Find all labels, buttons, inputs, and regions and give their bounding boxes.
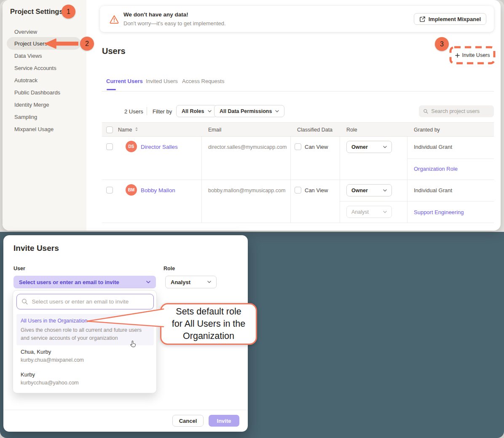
search-project-users[interactable]	[419, 105, 494, 117]
chevron-down-icon	[383, 211, 387, 213]
callout-bubble: Sets default role for All Users in the O…	[160, 303, 257, 345]
granted-by-value: Individual Grant	[414, 187, 452, 193]
role-field-label: Role	[164, 266, 175, 271]
user-email: bobby.mallon@mymusicapp.com	[208, 188, 285, 193]
tab-access-requests[interactable]: Access Requests	[182, 78, 224, 84]
external-link-icon	[419, 16, 426, 22]
banner-subtitle: Don't worry—it's easy to get implemented…	[123, 20, 226, 27]
select-all-checkbox[interactable]	[106, 126, 113, 133]
table-row: BM Bobby Mallon bobby.mallon@mymusicapp.…	[102, 180, 494, 223]
invite-users-label: Invite Users	[462, 52, 490, 58]
tabs-divider	[102, 91, 494, 91]
user-name-link[interactable]: Bobby Mallon	[141, 187, 175, 193]
permissions-filter-value: All Data Permissions	[220, 108, 272, 114]
organization-role-link[interactable]: Organization Role	[414, 166, 458, 172]
users-table: Name Email Classified Data Role Granted …	[102, 122, 494, 223]
sidebar-item-overview[interactable]: Overview	[14, 29, 37, 35]
filter-separator	[147, 107, 147, 115]
user-name-link[interactable]: Director Salles	[141, 144, 178, 150]
chevron-down-icon	[208, 110, 212, 113]
support-engineering-link[interactable]: Support Engineering	[414, 209, 464, 215]
step-2-marker: 2	[80, 37, 94, 51]
sidebar-item-project-users[interactable]: Project Users	[14, 40, 47, 47]
no-data-banner: We don't have any data! Don't worry—it's…	[100, 6, 494, 32]
table-header-row: Name Email Classified Data Role Granted …	[102, 122, 494, 137]
permissions-filter-dropdown[interactable]: All Data Permissions	[214, 105, 284, 117]
row-checkbox[interactable]	[106, 187, 113, 193]
sidebar-item-mixpanel-usage[interactable]: Mixpanel Usage	[14, 126, 54, 132]
option-user[interactable]: Chua, Kurby kurby.chua@mixpanel.com	[21, 349, 84, 363]
column-header-role: Role	[346, 127, 357, 133]
tab-current-users[interactable]: Current Users	[106, 78, 143, 84]
search-icon	[21, 298, 28, 305]
sidebar-item-sampling[interactable]: Sampling	[14, 114, 37, 120]
active-tab-underline	[107, 89, 116, 90]
step-1-marker: 1	[62, 5, 75, 19]
sidebar-item-identity-merge[interactable]: Identity Merge	[14, 102, 49, 108]
can-view-checkbox[interactable]	[295, 143, 301, 150]
roles-filter-value: All Roles	[182, 108, 204, 114]
screenshot-root: Project Settings Overview Project Users …	[0, 0, 504, 438]
chevron-down-icon	[275, 110, 279, 113]
column-header-classified: Classified Data	[297, 127, 332, 133]
avatar: BM	[126, 184, 137, 196]
chevron-down-icon	[383, 146, 387, 148]
secondary-role-select: Analyst	[346, 206, 392, 218]
users-section-title: Users	[102, 46, 126, 56]
user-email: director.salles@mymusicapp.com	[208, 144, 287, 150]
column-header-email: Email	[208, 127, 221, 133]
modal-title: Invite Users	[13, 244, 59, 253]
option-user[interactable]: Kurby kurbycchua@yahoo.com	[21, 371, 79, 386]
search-project-users-input[interactable]	[431, 108, 490, 114]
chevron-down-icon	[207, 281, 211, 283]
invite-users-button[interactable]: Invite Users	[449, 46, 496, 64]
column-header-name[interactable]: Name	[118, 127, 138, 133]
can-view-label: Can View	[305, 187, 328, 193]
user-multiselect[interactable]: Select users or enter an email to invite	[13, 276, 156, 288]
column-header-granted-by: Granted by	[414, 127, 440, 133]
cancel-button[interactable]: Cancel	[172, 415, 204, 427]
role-select[interactable]: Owner	[346, 184, 392, 196]
banner-title: We don't have any data!	[123, 11, 188, 18]
table-row: DS Director Salles director.salles@mymus…	[102, 137, 494, 180]
row-checkbox[interactable]	[106, 143, 113, 150]
implement-mixpanel-label: Implement Mixpanel	[429, 16, 481, 22]
plus-icon	[455, 53, 460, 58]
warning-icon	[109, 14, 119, 24]
sort-icon	[135, 127, 138, 132]
tab-invited-users[interactable]: Invited Users	[146, 78, 178, 84]
sidebar: Project Settings Overview Project Users …	[3, 0, 86, 231]
sidebar-item-service-accounts[interactable]: Service Accounts	[14, 65, 56, 71]
user-count: 2 Users	[124, 108, 143, 115]
can-view-label: Can View	[305, 144, 328, 150]
roles-filter-dropdown[interactable]: All Roles	[176, 105, 217, 117]
modal-footer-divider	[3, 410, 248, 410]
can-view-checkbox[interactable]	[295, 187, 301, 193]
chevron-down-icon	[383, 189, 387, 192]
role-dropdown[interactable]: Analyst	[165, 276, 217, 288]
user-field-label: User	[13, 266, 25, 271]
filter-by-label: Filter by	[153, 108, 172, 115]
sidebar-item-public-dashboards[interactable]: Public Dashboards	[14, 89, 60, 96]
role-select[interactable]: Owner	[346, 141, 392, 153]
implement-mixpanel-button[interactable]: Implement Mixpanel	[414, 13, 486, 25]
callout-tail	[84, 305, 165, 330]
sidebar-item-data-views[interactable]: Data Views	[14, 53, 42, 59]
user-search-input[interactable]	[32, 298, 149, 305]
sidebar-item-autotrack[interactable]: Autotrack	[14, 77, 38, 83]
chevron-down-icon	[146, 281, 150, 284]
page-title: Project Settings	[10, 8, 63, 16]
arrow-left-icon	[44, 38, 78, 49]
project-settings-page: Project Settings Overview Project Users …	[3, 0, 501, 231]
step-3-marker: 3	[435, 37, 449, 51]
granted-by-value: Individual Grant	[414, 144, 452, 150]
avatar: DS	[126, 141, 137, 152]
hand-cursor-icon	[129, 340, 137, 349]
invite-button[interactable]: Invite	[209, 415, 239, 427]
search-icon	[423, 108, 428, 114]
